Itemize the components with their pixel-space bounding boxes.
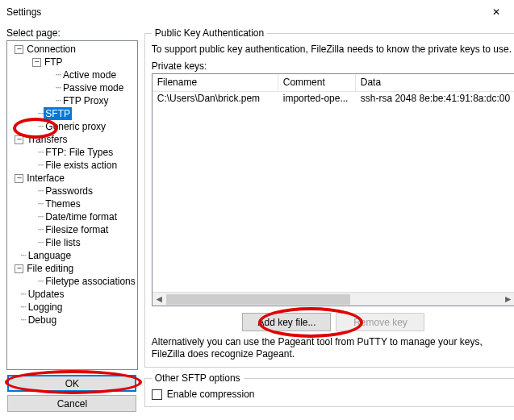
cell-comment: imported-ope... (278, 92, 356, 106)
collapse-icon[interactable]: − (15, 264, 23, 273)
tree-connection[interactable]: −Connection (9, 43, 137, 56)
tree-debug[interactable]: ┄Debug (9, 314, 137, 326)
tree-transfers[interactable]: −Transfers (9, 133, 137, 146)
pubkey-group: Public Key Authentication To support pub… (144, 27, 514, 368)
tree-ftp-file-types[interactable]: ┄FTP: File Types (9, 146, 137, 159)
cancel-button[interactable]: Cancel (7, 395, 136, 412)
collapse-icon[interactable]: − (15, 174, 23, 183)
close-icon: ✕ (492, 6, 500, 18)
scroll-track[interactable] (166, 293, 501, 306)
collapse-icon[interactable]: − (32, 58, 41, 67)
col-data[interactable]: Data (356, 74, 514, 91)
tree-logging[interactable]: ┄Logging (9, 301, 137, 314)
tree-passwords[interactable]: ┄Passwords (9, 185, 137, 198)
remove-key-button: Remove key (336, 313, 424, 331)
scroll-right-icon[interactable]: ► (501, 293, 514, 306)
tree-file-editing[interactable]: −File editing (9, 262, 137, 275)
ok-button[interactable]: OK (7, 375, 136, 392)
scroll-left-icon[interactable]: ◄ (153, 293, 166, 306)
collapse-icon[interactable]: − (15, 45, 23, 54)
col-filename[interactable]: Filename (153, 74, 278, 91)
right-panel: Public Key Authentication To support pub… (144, 27, 514, 412)
other-sftp-legend: Other SFTP options (152, 372, 244, 384)
select-page-label: Select page: (6, 27, 138, 39)
horizontal-scrollbar[interactable]: ◄ ► (153, 292, 514, 306)
titlebar: Settings ✕ (0, 0, 514, 24)
tree-ftp[interactable]: −FTP (9, 56, 137, 69)
page-tree[interactable]: −Connection −FTP ┄Active mode ┄Passive m… (6, 40, 138, 370)
tree-sftp[interactable]: ┄SFTP (9, 107, 137, 120)
close-button[interactable]: ✕ (478, 0, 514, 24)
tree-passive-mode[interactable]: ┄Passive mode (9, 81, 137, 94)
tree-generic-proxy[interactable]: ┄Generic proxy (9, 120, 137, 133)
pageant-note: Alternatively you can use the Pageant to… (152, 336, 514, 360)
enable-compression-label: Enable compression (167, 389, 255, 400)
checkbox-icon (152, 389, 162, 400)
tree-filesize[interactable]: ┄Filesize format (9, 223, 137, 236)
cell-data: ssh-rsa 2048 8e:be:41:91:8a:dc:00 (356, 92, 514, 106)
settings-window: Settings ✕ Select page: −Connection −FTP… (0, 0, 514, 420)
cell-filename: C:\Users\Dan\brick.pem (153, 92, 278, 106)
window-title: Settings (6, 6, 478, 18)
private-keys-list[interactable]: Filename Comment Data C:\Users\Dan\brick… (152, 73, 514, 306)
left-panel: Select page: −Connection −FTP ┄Active mo… (6, 27, 138, 412)
tree-filelists[interactable]: ┄File lists (9, 236, 137, 249)
tree-interface[interactable]: −Interface (9, 172, 137, 185)
tree-filetype-assoc[interactable]: ┄Filetype associations (9, 275, 137, 288)
private-keys-label: Private keys: (152, 60, 514, 72)
list-header: Filename Comment Data (153, 74, 514, 92)
enable-compression-checkbox[interactable]: Enable compression (152, 389, 514, 400)
scroll-thumb[interactable] (166, 294, 351, 305)
other-sftp-group: Other SFTP options Enable compression (144, 372, 514, 407)
tree-file-exists[interactable]: ┄File exists action (9, 159, 137, 172)
tree-themes[interactable]: ┄Themes (9, 198, 137, 210)
tree-ftp-proxy[interactable]: ┄FTP Proxy (9, 94, 137, 107)
pubkey-description: To support public key authentication, Fi… (152, 44, 514, 56)
pubkey-legend: Public Key Authentication (152, 27, 267, 39)
col-comment[interactable]: Comment (278, 74, 356, 91)
tree-datetime[interactable]: ┄Date/time format (9, 210, 137, 223)
add-key-button[interactable]: Add key file... (242, 313, 331, 331)
tree-active-mode[interactable]: ┄Active mode (9, 69, 137, 81)
tree-updates[interactable]: ┄Updates (9, 288, 137, 301)
key-row[interactable]: C:\Users\Dan\brick.pem imported-ope... s… (153, 92, 514, 106)
collapse-icon[interactable]: − (15, 135, 23, 144)
tree-language[interactable]: ┄Language (9, 249, 137, 262)
